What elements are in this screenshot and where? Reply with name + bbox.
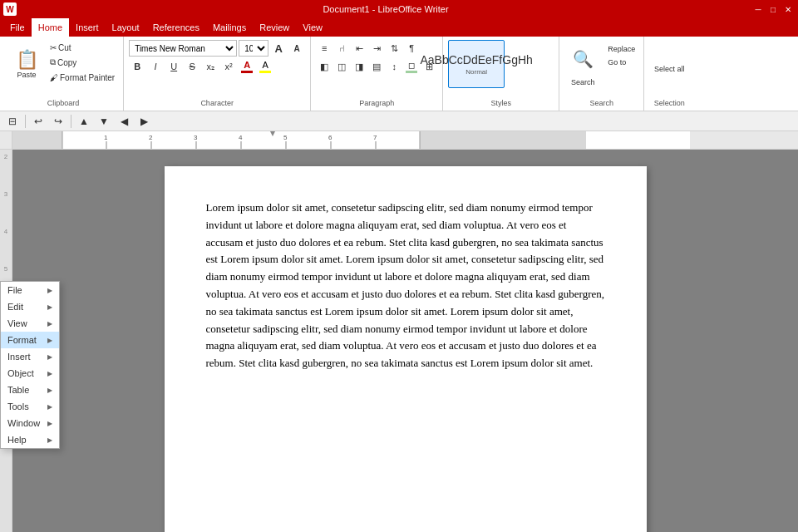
toolbar-undo[interactable]: ↩ <box>29 113 47 130</box>
styles-gallery: AaBbCcDdEeFfGgHh Normal <box>448 40 554 97</box>
menu-item-tools[interactable]: Tools ▶ <box>1 398 59 415</box>
svg-text:4: 4 <box>239 134 243 141</box>
indent-decrease-button[interactable]: ⇤ <box>351 40 367 57</box>
tools-arrow: ▶ <box>47 403 52 411</box>
object-arrow: ▶ <box>47 370 52 377</box>
window-arrow: ▶ <box>47 420 52 427</box>
style-normal-label: Normal <box>466 68 487 76</box>
style-normal[interactable]: AaBbCcDdEeFfGgHh Normal <box>448 40 505 88</box>
title-bar: W Document1 - LibreOffice Writer ─ □ ✕ <box>0 0 798 18</box>
toolbar-nav-up[interactable]: ▲ <box>75 113 93 130</box>
replace-button[interactable]: Replace <box>604 43 638 55</box>
font-color-button[interactable]: A <box>239 58 255 75</box>
menu-mailings[interactable]: Mailings <box>206 18 253 37</box>
close-button[interactable]: ✕ <box>781 3 795 15</box>
format-arrow: ▶ <box>47 337 52 344</box>
font-group: Times New Roman 10 A A B I U S x₂ x² A A… <box>124 37 311 111</box>
font-size-select[interactable]: 10 <box>239 40 268 57</box>
menu-item-object[interactable]: Object ▶ <box>1 365 59 382</box>
strikethrough-button[interactable]: S <box>184 58 200 75</box>
window-controls: ─ □ ✕ <box>751 3 795 15</box>
menu-item-format[interactable]: Format ▶ <box>1 332 59 348</box>
toolbar-redo[interactable]: ↪ <box>49 113 67 130</box>
ruler-right <box>690 131 798 149</box>
indent-increase-button[interactable]: ⇥ <box>368 40 385 57</box>
underline-button[interactable]: U <box>165 58 182 75</box>
maximize-button[interactable]: □ <box>766 3 780 15</box>
help-arrow: ▶ <box>47 436 52 444</box>
search-button[interactable]: 🔍 <box>564 40 601 78</box>
svg-text:6: 6 <box>328 134 332 141</box>
sort-button[interactable]: ⇅ <box>386 40 402 57</box>
insert-arrow: ▶ <box>47 353 52 361</box>
svg-rect-1 <box>420 131 586 149</box>
menu-file[interactable]: File <box>3 18 32 37</box>
clipboard-group: 📋 Paste ✂ Cut ⧉ Copy 🖌 Format Painter Cl… <box>3 37 124 111</box>
toolbar-view-toggle[interactable]: ⊟ <box>3 113 22 130</box>
select-all-button[interactable]: Select all <box>649 62 689 76</box>
menu-item-edit[interactable]: Edit ▶ <box>1 298 59 315</box>
goto-button[interactable]: Go to <box>604 57 638 68</box>
shading-bar <box>406 71 417 73</box>
cut-button[interactable]: ✂ Cut <box>47 40 118 55</box>
font-name-select[interactable]: Times New Roman <box>129 40 237 57</box>
ruler-mark-4: 4 <box>4 226 7 264</box>
menu-item-window[interactable]: Window ▶ <box>1 415 59 431</box>
search-group: 🔍 Search Replace Go to Search <box>559 37 644 111</box>
toolbar-nav-right[interactable]: ▶ <box>135 113 153 130</box>
grow-font-button[interactable]: A <box>270 40 287 57</box>
minimize-button[interactable]: ─ <box>751 3 765 15</box>
app-icon: W <box>3 2 17 16</box>
selection-label: Selection <box>649 97 689 107</box>
search-icon: 🔍 <box>573 49 594 69</box>
menu-item-help[interactable]: Help ▶ <box>1 431 59 448</box>
shading-icon: ◻ <box>408 61 415 70</box>
menu-item-table[interactable]: Table ▶ <box>1 382 59 398</box>
menu-view[interactable]: View <box>296 18 329 37</box>
numbering-button[interactable]: ⑁ <box>333 40 350 57</box>
align-center-button[interactable]: ◫ <box>333 58 350 75</box>
superscript-button[interactable]: x² <box>220 58 237 75</box>
align-right-button[interactable]: ◨ <box>351 58 367 75</box>
menu-layout[interactable]: Layout <box>106 18 146 37</box>
shrink-font-button[interactable]: A <box>288 40 305 57</box>
show-marks-button[interactable]: ¶ <box>403 40 420 57</box>
bullets-button[interactable]: ≡ <box>316 40 332 57</box>
line-spacing-button[interactable]: ↕ <box>386 58 402 75</box>
italic-button[interactable]: I <box>147 58 164 75</box>
paste-button[interactable]: 📋 Paste <box>8 40 45 88</box>
search-group-label: Search <box>564 97 638 107</box>
align-left-button[interactable]: ◧ <box>316 58 332 75</box>
view-arrow: ▶ <box>47 320 52 328</box>
menu-item-file[interactable]: File ▶ <box>1 282 59 298</box>
menu-home[interactable]: Home <box>32 18 69 37</box>
workspace: 2 3 4 5 6 7 Lorem ipsum dolor sit amet, … <box>0 150 798 532</box>
justify-button[interactable]: ▤ <box>368 58 385 75</box>
clipboard-label: Clipboard <box>8 97 118 107</box>
clipboard-small-buttons: ✂ Cut ⧉ Copy 🖌 Format Painter <box>47 40 118 85</box>
menu-insert[interactable]: Insert <box>69 18 106 37</box>
bold-button[interactable]: B <box>129 58 145 75</box>
subscript-button[interactable]: x₂ <box>202 58 219 75</box>
menu-item-insert[interactable]: Insert ▶ <box>1 348 59 365</box>
toolbar-sep-1 <box>25 115 26 128</box>
ruler-mark-3: 3 <box>4 189 7 226</box>
paragraph-group: ≡ ⑁ ⇤ ⇥ ⇅ ¶ ◧ ◫ ◨ ▤ ↕ ◻ ⊞ Paragraph <box>311 37 443 111</box>
menu-review[interactable]: Review <box>253 18 296 37</box>
menu-references[interactable]: References <box>146 18 206 37</box>
highlight-color-button[interactable]: A <box>257 58 273 75</box>
svg-text:1: 1 <box>104 134 108 141</box>
svg-rect-0 <box>12 131 62 149</box>
menu-item-view[interactable]: View ▶ <box>1 315 59 332</box>
toolbar-nav-down[interactable]: ▼ <box>95 113 113 130</box>
styles-label: Styles <box>448 97 554 107</box>
shading-button[interactable]: ◻ <box>403 58 420 75</box>
highlight-color-bar <box>259 71 271 73</box>
menu-bar: File Home Insert Layout References Maili… <box>0 18 798 37</box>
svg-text:7: 7 <box>373 134 377 141</box>
copy-button[interactable]: ⧉ Copy <box>47 55 118 70</box>
ruler-left-corner <box>0 131 12 149</box>
selection-group: Select all Selection <box>644 37 694 111</box>
toolbar-nav-left[interactable]: ◀ <box>115 113 133 130</box>
format-painter-button[interactable]: 🖌 Format Painter <box>47 70 118 85</box>
